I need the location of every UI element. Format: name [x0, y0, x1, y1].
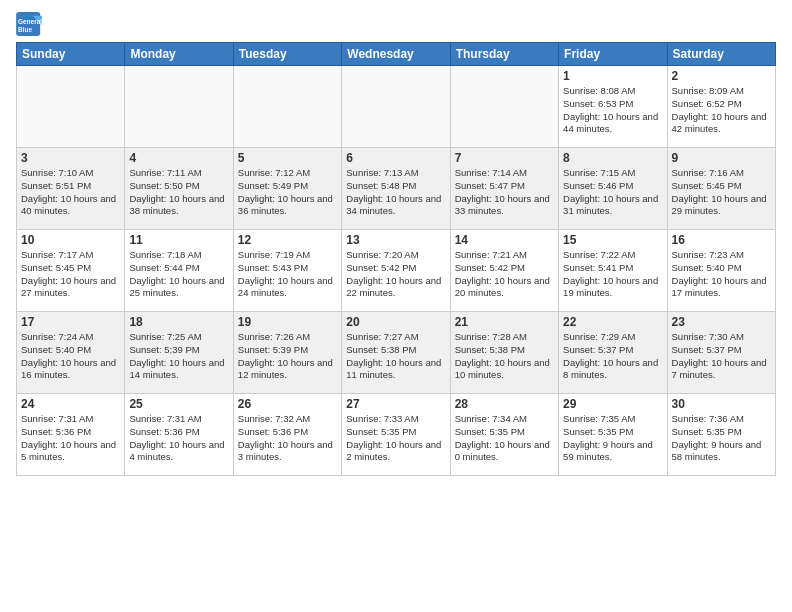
day-info: Sunrise: 7:28 AM Sunset: 5:38 PM Dayligh… [455, 331, 554, 382]
day-cell: 26Sunrise: 7:32 AM Sunset: 5:36 PM Dayli… [233, 394, 341, 476]
day-info: Sunrise: 7:10 AM Sunset: 5:51 PM Dayligh… [21, 167, 120, 218]
day-number: 7 [455, 151, 554, 165]
day-cell: 23Sunrise: 7:30 AM Sunset: 5:37 PM Dayli… [667, 312, 775, 394]
day-number: 11 [129, 233, 228, 247]
day-info: Sunrise: 7:23 AM Sunset: 5:40 PM Dayligh… [672, 249, 771, 300]
day-cell: 27Sunrise: 7:33 AM Sunset: 5:35 PM Dayli… [342, 394, 450, 476]
day-number: 15 [563, 233, 662, 247]
day-info: Sunrise: 7:31 AM Sunset: 5:36 PM Dayligh… [21, 413, 120, 464]
day-number: 14 [455, 233, 554, 247]
logo: General Blue [16, 12, 44, 36]
day-cell: 8Sunrise: 7:15 AM Sunset: 5:46 PM Daylig… [559, 148, 667, 230]
day-cell: 22Sunrise: 7:29 AM Sunset: 5:37 PM Dayli… [559, 312, 667, 394]
day-info: Sunrise: 8:09 AM Sunset: 6:52 PM Dayligh… [672, 85, 771, 136]
calendar-week-row: 3Sunrise: 7:10 AM Sunset: 5:51 PM Daylig… [17, 148, 776, 230]
day-info: Sunrise: 7:27 AM Sunset: 5:38 PM Dayligh… [346, 331, 445, 382]
svg-text:General: General [18, 18, 42, 25]
day-number: 13 [346, 233, 445, 247]
day-number: 20 [346, 315, 445, 329]
day-number: 2 [672, 69, 771, 83]
day-info: Sunrise: 7:25 AM Sunset: 5:39 PM Dayligh… [129, 331, 228, 382]
day-info: Sunrise: 7:30 AM Sunset: 5:37 PM Dayligh… [672, 331, 771, 382]
day-number: 5 [238, 151, 337, 165]
day-number: 3 [21, 151, 120, 165]
logo-icon: General Blue [16, 12, 44, 36]
day-info: Sunrise: 7:26 AM Sunset: 5:39 PM Dayligh… [238, 331, 337, 382]
weekday-header-sunday: Sunday [17, 43, 125, 66]
day-info: Sunrise: 7:21 AM Sunset: 5:42 PM Dayligh… [455, 249, 554, 300]
day-number: 10 [21, 233, 120, 247]
day-number: 21 [455, 315, 554, 329]
day-cell: 5Sunrise: 7:12 AM Sunset: 5:49 PM Daylig… [233, 148, 341, 230]
day-number: 1 [563, 69, 662, 83]
day-cell: 11Sunrise: 7:18 AM Sunset: 5:44 PM Dayli… [125, 230, 233, 312]
day-info: Sunrise: 7:29 AM Sunset: 5:37 PM Dayligh… [563, 331, 662, 382]
day-info: Sunrise: 7:17 AM Sunset: 5:45 PM Dayligh… [21, 249, 120, 300]
day-number: 9 [672, 151, 771, 165]
day-number: 26 [238, 397, 337, 411]
weekday-header-saturday: Saturday [667, 43, 775, 66]
day-info: Sunrise: 7:34 AM Sunset: 5:35 PM Dayligh… [455, 413, 554, 464]
empty-cell [125, 66, 233, 148]
day-cell: 25Sunrise: 7:31 AM Sunset: 5:36 PM Dayli… [125, 394, 233, 476]
day-info: Sunrise: 8:08 AM Sunset: 6:53 PM Dayligh… [563, 85, 662, 136]
day-cell: 21Sunrise: 7:28 AM Sunset: 5:38 PM Dayli… [450, 312, 558, 394]
day-info: Sunrise: 7:31 AM Sunset: 5:36 PM Dayligh… [129, 413, 228, 464]
day-info: Sunrise: 7:18 AM Sunset: 5:44 PM Dayligh… [129, 249, 228, 300]
day-cell: 6Sunrise: 7:13 AM Sunset: 5:48 PM Daylig… [342, 148, 450, 230]
weekday-header-row: SundayMondayTuesdayWednesdayThursdayFrid… [17, 43, 776, 66]
day-number: 28 [455, 397, 554, 411]
day-cell: 13Sunrise: 7:20 AM Sunset: 5:42 PM Dayli… [342, 230, 450, 312]
calendar-container: General Blue SundayMondayTuesdayWednesda… [0, 0, 792, 612]
day-info: Sunrise: 7:15 AM Sunset: 5:46 PM Dayligh… [563, 167, 662, 218]
day-number: 27 [346, 397, 445, 411]
day-cell: 15Sunrise: 7:22 AM Sunset: 5:41 PM Dayli… [559, 230, 667, 312]
day-number: 12 [238, 233, 337, 247]
day-info: Sunrise: 7:32 AM Sunset: 5:36 PM Dayligh… [238, 413, 337, 464]
empty-cell [233, 66, 341, 148]
day-cell: 30Sunrise: 7:36 AM Sunset: 5:35 PM Dayli… [667, 394, 775, 476]
calendar-week-row: 17Sunrise: 7:24 AM Sunset: 5:40 PM Dayli… [17, 312, 776, 394]
day-number: 16 [672, 233, 771, 247]
header: General Blue [16, 12, 776, 36]
day-number: 18 [129, 315, 228, 329]
day-info: Sunrise: 7:12 AM Sunset: 5:49 PM Dayligh… [238, 167, 337, 218]
day-cell: 4Sunrise: 7:11 AM Sunset: 5:50 PM Daylig… [125, 148, 233, 230]
day-number: 29 [563, 397, 662, 411]
svg-text:Blue: Blue [18, 26, 32, 33]
day-number: 19 [238, 315, 337, 329]
day-cell: 2Sunrise: 8:09 AM Sunset: 6:52 PM Daylig… [667, 66, 775, 148]
empty-cell [17, 66, 125, 148]
day-cell: 19Sunrise: 7:26 AM Sunset: 5:39 PM Dayli… [233, 312, 341, 394]
day-cell: 14Sunrise: 7:21 AM Sunset: 5:42 PM Dayli… [450, 230, 558, 312]
calendar-table: SundayMondayTuesdayWednesdayThursdayFrid… [16, 42, 776, 476]
day-info: Sunrise: 7:13 AM Sunset: 5:48 PM Dayligh… [346, 167, 445, 218]
empty-cell [450, 66, 558, 148]
weekday-header-tuesday: Tuesday [233, 43, 341, 66]
weekday-header-thursday: Thursday [450, 43, 558, 66]
day-cell: 7Sunrise: 7:14 AM Sunset: 5:47 PM Daylig… [450, 148, 558, 230]
day-info: Sunrise: 7:19 AM Sunset: 5:43 PM Dayligh… [238, 249, 337, 300]
day-cell: 10Sunrise: 7:17 AM Sunset: 5:45 PM Dayli… [17, 230, 125, 312]
day-cell: 24Sunrise: 7:31 AM Sunset: 5:36 PM Dayli… [17, 394, 125, 476]
day-info: Sunrise: 7:36 AM Sunset: 5:35 PM Dayligh… [672, 413, 771, 464]
day-info: Sunrise: 7:20 AM Sunset: 5:42 PM Dayligh… [346, 249, 445, 300]
day-number: 24 [21, 397, 120, 411]
calendar-week-row: 10Sunrise: 7:17 AM Sunset: 5:45 PM Dayli… [17, 230, 776, 312]
day-info: Sunrise: 7:11 AM Sunset: 5:50 PM Dayligh… [129, 167, 228, 218]
day-number: 6 [346, 151, 445, 165]
day-info: Sunrise: 7:22 AM Sunset: 5:41 PM Dayligh… [563, 249, 662, 300]
day-info: Sunrise: 7:16 AM Sunset: 5:45 PM Dayligh… [672, 167, 771, 218]
day-number: 4 [129, 151, 228, 165]
day-cell: 28Sunrise: 7:34 AM Sunset: 5:35 PM Dayli… [450, 394, 558, 476]
day-info: Sunrise: 7:24 AM Sunset: 5:40 PM Dayligh… [21, 331, 120, 382]
day-cell: 29Sunrise: 7:35 AM Sunset: 5:35 PM Dayli… [559, 394, 667, 476]
day-number: 22 [563, 315, 662, 329]
day-info: Sunrise: 7:35 AM Sunset: 5:35 PM Dayligh… [563, 413, 662, 464]
day-number: 23 [672, 315, 771, 329]
day-number: 8 [563, 151, 662, 165]
day-number: 30 [672, 397, 771, 411]
day-cell: 16Sunrise: 7:23 AM Sunset: 5:40 PM Dayli… [667, 230, 775, 312]
day-number: 25 [129, 397, 228, 411]
day-cell: 20Sunrise: 7:27 AM Sunset: 5:38 PM Dayli… [342, 312, 450, 394]
